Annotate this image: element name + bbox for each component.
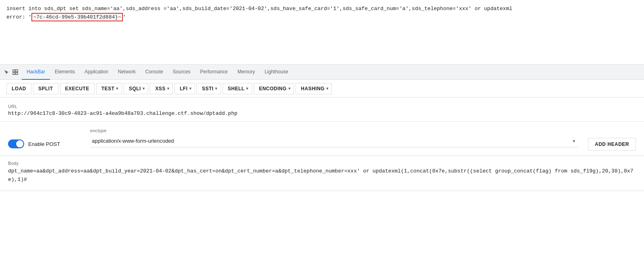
- enctype-group: enctype application/x-www-form-urlencode…: [90, 128, 578, 148]
- ssti-dropdown-arrow: ▾: [215, 86, 217, 91]
- xss-dropdown[interactable]: XSS ▾: [150, 83, 173, 94]
- svg-rect-0: [13, 70, 15, 72]
- error-line: error: '~7c-46cd-99e5-39b401f2d884}~': [6, 13, 638, 22]
- test-dropdown[interactable]: TEST ▾: [96, 83, 122, 94]
- tab-application[interactable]: Application: [80, 64, 113, 80]
- tab-performance[interactable]: Performance: [195, 64, 233, 80]
- inspect-icon[interactable]: [12, 69, 19, 75]
- post-toggle-group: Enable POST: [8, 128, 81, 148]
- enable-post-label: Enable POST: [28, 141, 60, 147]
- insert-text: insert into sds_dpt set sds_name='aa',sd…: [6, 6, 512, 12]
- sqli-dropdown[interactable]: SQLI ▾: [124, 83, 149, 94]
- encoding-dropdown[interactable]: ENCODING ▾: [254, 83, 294, 94]
- hackbar-toolbar: LOAD SPLIT EXECUTE TEST ▾ SQLI ▾ XSS ▾ L…: [0, 80, 644, 98]
- main-content: URL http://964c17c8-30c9-4823-ac91-a4ea9…: [0, 98, 644, 191]
- shell-dropdown-arrow: ▾: [246, 86, 248, 91]
- test-dropdown-arrow: ▾: [116, 86, 118, 91]
- tab-network[interactable]: Network: [113, 64, 141, 80]
- svg-rect-3: [16, 73, 18, 75]
- url-value: http://964c17c8-30c9-4823-ac91-a4ea9b48a…: [8, 110, 636, 116]
- tab-memory[interactable]: Memory: [233, 64, 260, 80]
- svg-rect-1: [16, 70, 18, 72]
- shell-dropdown[interactable]: SHELL ▾: [223, 83, 252, 94]
- encoding-dropdown-arrow: ▾: [288, 86, 291, 91]
- cursor-icon[interactable]: [3, 69, 10, 75]
- split-button[interactable]: SPLIT: [33, 83, 58, 94]
- error-suffix: ': [123, 14, 126, 20]
- enctype-select-wrapper: application/x-www-form-urlencoded multip…: [90, 135, 578, 148]
- execute-button[interactable]: EXECUTE: [60, 83, 95, 94]
- sqli-dropdown-arrow: ▾: [143, 86, 145, 91]
- hashing-dropdown-arrow: ▾: [326, 86, 329, 91]
- enable-post-toggle[interactable]: [8, 139, 24, 148]
- lfi-dropdown-arrow: ▾: [189, 86, 192, 91]
- add-header-button[interactable]: ADD HEADER: [588, 138, 636, 151]
- insert-statement: insert into sds_dpt set sds_name='aa',sd…: [6, 5, 638, 13]
- url-label: URL: [8, 104, 636, 109]
- tab-console[interactable]: Console: [141, 64, 168, 80]
- error-highlight: ~7c-46cd-99e5-39b401f2d884}~: [31, 13, 122, 21]
- top-content-area: insert into sds_dpt set sds_name='aa',sd…: [0, 0, 644, 64]
- post-section: Enable POST enctype application/x-www-fo…: [0, 122, 644, 156]
- tab-hackbar[interactable]: HackBar: [22, 64, 50, 80]
- body-section: Body dpt_name=aa&dpt_address=aa&dpt_buil…: [0, 156, 644, 191]
- hashing-dropdown[interactable]: HASHING ▾: [296, 83, 332, 94]
- tab-sources[interactable]: Sources: [168, 64, 195, 80]
- svg-rect-2: [13, 73, 15, 75]
- body-label: Body: [8, 161, 636, 166]
- error-prefix: error: ': [6, 14, 31, 20]
- tab-lighthouse[interactable]: Lighthouse: [260, 64, 293, 80]
- load-button[interactable]: LOAD: [6, 83, 31, 94]
- ssti-dropdown[interactable]: SSTI ▾: [197, 83, 221, 94]
- xss-dropdown-arrow: ▾: [167, 86, 170, 91]
- enctype-label: enctype: [90, 128, 578, 133]
- devtools-icons: [3, 69, 19, 75]
- tab-elements[interactable]: Elements: [50, 64, 80, 80]
- enctype-select[interactable]: application/x-www-form-urlencoded multip…: [90, 135, 578, 147]
- lfi-dropdown[interactable]: LFI ▾: [174, 83, 195, 94]
- body-value: dpt_name=aa&dpt_address=aa&dpt_build_yea…: [8, 167, 636, 184]
- url-section: URL http://964c17c8-30c9-4823-ac91-a4ea9…: [0, 98, 644, 122]
- devtools-tabs-bar: HackBar Elements Application Network Con…: [0, 64, 644, 80]
